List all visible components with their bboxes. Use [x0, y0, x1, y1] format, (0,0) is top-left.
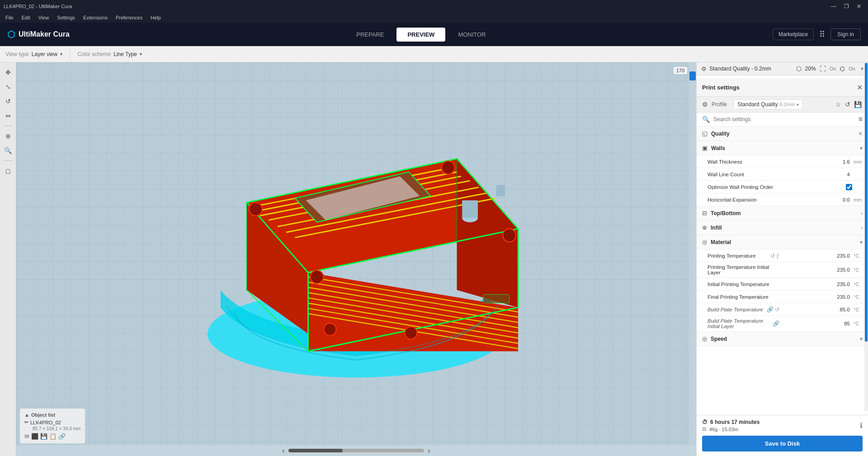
optimize-wall-checkbox[interactable] [846, 184, 852, 190]
scrollbar-thumb[interactable] [865, 63, 868, 342]
object-name-row: ✏ LLK4PRO_02 [24, 419, 80, 425]
viewbar: View type Layer view ▾ Color scheme Line… [0, 46, 868, 62]
final-printing-temp-input[interactable] [781, 293, 852, 301]
move-tool[interactable]: ✥ [2, 66, 14, 79]
top-bottom-section-header[interactable]: ⊟ Top/Bottom › [697, 206, 868, 221]
scale-tool[interactable]: ⤡ [2, 80, 14, 93]
favorite-icon[interactable]: ☆ [835, 100, 842, 109]
profile-dropdown-arrow[interactable]: ▾ [797, 102, 799, 107]
view-type-label: View type [5, 51, 29, 57]
printing-temp-input[interactable] [781, 252, 852, 259]
horizontal-expansion-input[interactable] [781, 196, 852, 203]
settings-scrollbar[interactable] [864, 62, 868, 411]
quality-mode-bar: ⚙ Standard Quality - 0.2mm [701, 66, 793, 72]
nav-monitor[interactable]: MONITOR [447, 28, 496, 42]
quality-section-label: Quality [711, 131, 858, 137]
layer-slider[interactable] [689, 62, 696, 456]
rotate-tool[interactable]: ↺ [2, 95, 14, 108]
signin-button[interactable]: Sign in [830, 28, 861, 40]
minimize-button[interactable]: — [828, 2, 839, 11]
reset-icon[interactable]: ↺ [844, 100, 851, 109]
function-icon[interactable]: ƒ [776, 253, 779, 259]
menu-file[interactable]: File [2, 14, 17, 21]
link-icon-2[interactable]: 🔗 [773, 320, 779, 327]
menu-help[interactable]: Help [147, 14, 165, 21]
marketplace-button[interactable]: Marketplace [773, 28, 814, 40]
edit-icon[interactable]: ✏ [24, 419, 28, 425]
wall-line-count-input[interactable] [781, 171, 852, 178]
menu-settings[interactable]: Settings [53, 14, 79, 21]
layer-number: 170 [674, 67, 687, 74]
speed-section-header[interactable]: ◎ Speed ▾ [697, 332, 868, 346]
view-type-control[interactable]: View type Layer view ▾ [5, 51, 62, 57]
settings-menu-icon[interactable]: ≡ [859, 115, 863, 123]
wall-thickness-input[interactable] [781, 158, 852, 165]
model-svg [153, 124, 560, 395]
quality-expand-arrow[interactable]: ▾ [861, 66, 863, 72]
reset-temp-icon[interactable]: ↺ [770, 253, 775, 259]
nav-left-icon[interactable]: ‹ [282, 446, 285, 456]
walls-section-header[interactable]: ▣ Walls ▾ [697, 141, 868, 155]
obj-action-4[interactable]: 📋 [49, 433, 57, 440]
print-settings-close[interactable]: ✕ [857, 83, 863, 92]
printing-temp-icons: ↺ ƒ [770, 253, 779, 259]
optimize-wall-label: Optimize Wall Printing Order [708, 184, 846, 190]
menubar: File Edit View Settings Extensions Prefe… [0, 13, 868, 23]
top-bottom-icon: ⊟ [702, 210, 707, 216]
save-to-disk-button[interactable]: Save to Disk [702, 436, 863, 451]
nav-preview[interactable]: PREVIEW [396, 28, 445, 42]
quality-section-icon: ◱ [702, 130, 708, 137]
progress-bar-area: ‹ › [16, 445, 696, 456]
per-model-settings[interactable]: ◻ [2, 165, 14, 177]
menu-extensions[interactable]: Extensions [80, 14, 111, 21]
menu-preferences[interactable]: Preferences [112, 14, 146, 21]
collapse-icon[interactable]: ▲ [24, 412, 29, 418]
speed-expand-icon: ▾ [860, 336, 863, 342]
build-plate-temp-initial-input[interactable] [781, 320, 852, 327]
obj-action-2[interactable]: ⬛ [31, 433, 38, 440]
wall-thickness-unit: mm [854, 159, 863, 165]
support-tool[interactable]: 🔍 [2, 144, 14, 157]
title-text: LLK4PRO_02 - UltiMaker Cura [4, 4, 72, 9]
profile-selector[interactable]: Standard Quality 0.2mm ▾ [733, 99, 803, 109]
link-icon-1[interactable]: 🔗 [767, 306, 774, 313]
nav-prepare[interactable]: PREPARE [345, 28, 395, 42]
color-scheme-control[interactable]: Color scheme Line Type ▾ [77, 51, 142, 57]
window-title: LLK4PRO_02 - UltiMaker Cura [4, 4, 72, 9]
layer-progress-bar[interactable] [288, 449, 424, 452]
adhesion-icon[interactable]: ⌬ [840, 65, 845, 72]
printing-temp-initial-unit: °C [854, 267, 863, 273]
svg-point-1 [249, 202, 262, 216]
color-scheme-dropdown-arrow[interactable]: ▾ [140, 52, 142, 56]
material-section-header[interactable]: ◎ Material ▾ [697, 235, 868, 249]
build-plate-temp-input[interactable] [781, 306, 852, 313]
obj-action-5[interactable]: 🔗 [58, 433, 66, 440]
infill-section-label: Infill [711, 225, 861, 231]
close-button[interactable]: ✕ [854, 2, 864, 11]
mirror-tool[interactable]: ⇔ [2, 109, 14, 122]
save-profile-icon[interactable]: 💾 [853, 100, 863, 109]
view-type-dropdown-arrow[interactable]: ▾ [60, 52, 62, 56]
view-type-value: Layer view [32, 51, 57, 57]
initial-printing-temp-input[interactable] [781, 281, 852, 288]
layer-slider-handle[interactable] [689, 71, 696, 80]
obj-action-1[interactable]: ✉ [24, 433, 29, 440]
apps-grid-icon[interactable]: ⠿ [817, 28, 827, 41]
merge-tool[interactable]: ⊕ [2, 130, 14, 142]
material-section-label: Material [711, 239, 860, 245]
infill-section-header[interactable]: ⊕ Infill › [697, 221, 868, 235]
quality-section-header[interactable]: ◱ Quality ✕ [697, 127, 868, 141]
support-icon[interactable]: ⛶ [820, 65, 826, 72]
nav-right-icon[interactable]: › [428, 446, 430, 456]
svg-point-2 [442, 161, 455, 174]
info-icon[interactable]: ℹ [860, 421, 863, 430]
obj-action-3[interactable]: 💾 [40, 433, 47, 440]
printing-temp-initial-input[interactable] [781, 266, 852, 273]
object-actions: ✉ ⬛ 💾 📋 🔗 [24, 433, 80, 440]
maximize-button[interactable]: ❐ [841, 2, 852, 11]
menu-view[interactable]: View [35, 14, 53, 21]
search-input[interactable] [713, 116, 855, 122]
menu-edit[interactable]: Edit [18, 14, 34, 21]
infill-icon[interactable]: ⬡ [796, 65, 802, 72]
reset-build-icon[interactable]: ↺ [775, 306, 779, 313]
